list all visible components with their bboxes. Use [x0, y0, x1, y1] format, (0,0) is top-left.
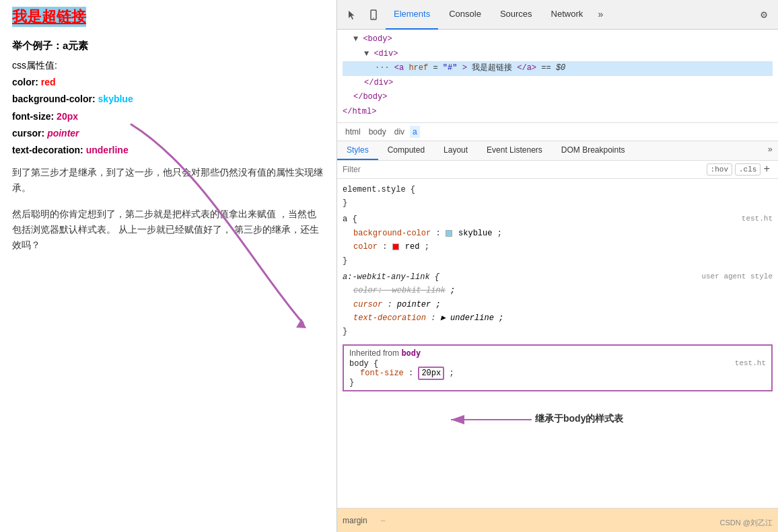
- subtab-computed[interactable]: Computed: [378, 141, 434, 160]
- webkit-any-link-block: a:-webkit-any-link { user agent style co…: [337, 269, 778, 340]
- bc-a[interactable]: a: [410, 126, 420, 138]
- webkit-selector-line: a:-webkit-any-link { user agent style: [343, 270, 773, 284]
- fontsize-val: 20px: [57, 111, 78, 122]
- desc-text-1: 到了第三步才是继承，到了这一步，他只会对那些仍然没有值的属性实现继承。: [12, 165, 324, 196]
- webkit-cursor-line: cursor : pointer ;: [343, 298, 773, 311]
- dom-a-line[interactable]: ··· <a href = "#" > 我是超链接 </a> == $0: [343, 61, 773, 76]
- color-label: color:: [12, 77, 38, 87]
- tab-network[interactable]: Network: [543, 0, 592, 30]
- webkit-decoration-line: text-decoration : ▶ underline ;: [343, 311, 773, 325]
- desc2-line1: 然后聪明的你肯定想到了，第二步就是把样式表的值拿出来赋值: [12, 209, 276, 219]
- subtab-event-listeners[interactable]: Event Listeners: [477, 141, 552, 160]
- element-style-selector: element.style {: [343, 183, 773, 196]
- subtabs-more-icon[interactable]: »: [763, 141, 778, 160]
- css-rules: element.style { } a { test.ht background…: [337, 179, 778, 508]
- webkit-close: }: [343, 325, 773, 338]
- styles-subtabs: Styles Computed Layout Event Listeners D…: [337, 141, 778, 161]
- element-style-close: }: [343, 196, 773, 210]
- body-rule-selector: body { test.ht: [349, 359, 766, 369]
- computed-row: margin –: [337, 508, 778, 532]
- a-rule-selector-line: a { test.ht: [343, 213, 773, 226]
- a-rule-close: }: [343, 254, 773, 268]
- dom-body-line[interactable]: ▼ <body>: [343, 32, 773, 47]
- a-rule-block: a { test.ht background-color : skyblue ;…: [337, 211, 778, 269]
- tab-elements[interactable]: Elements: [386, 0, 438, 30]
- tab-console[interactable]: Console: [441, 0, 489, 30]
- red-swatch: [392, 243, 399, 250]
- fontsize-line: font-size: 20px: [12, 108, 324, 125]
- dom-div-close[interactable]: </div>: [343, 76, 773, 91]
- decoration-val: underline: [86, 145, 129, 155]
- filter-pseudo-buttons: :hov .cls: [707, 163, 761, 176]
- right-panel-wrapper: Elements Console Sources Network » ⚙ ▼ <…: [337, 0, 778, 532]
- subtab-dom-breakpoints[interactable]: DOM Breakpoints: [552, 141, 635, 160]
- hyperlink-demo[interactable]: 我是超链接: [12, 7, 86, 27]
- tab-sources[interactable]: Sources: [492, 0, 540, 30]
- margin-dash: –: [381, 516, 386, 525]
- svg-marker-0: [296, 319, 306, 328]
- css-label: css属性值:: [12, 57, 324, 74]
- color-line: color: red: [12, 74, 324, 91]
- subtab-styles[interactable]: Styles: [337, 141, 378, 160]
- css-description: 举个例子：a元素 css属性值: color: red background-c…: [12, 36, 324, 159]
- webkit-color-line: color: -webkit-link ;: [343, 284, 773, 297]
- watermark: CSDN @刘乙江: [720, 518, 773, 528]
- annotation-label: 继承于body的样式表: [535, 413, 623, 425]
- inherited-body-ref: body: [401, 348, 421, 358]
- dom-tree: ▼ <body> ▼ <div> ··· <a href = "#" > 我是超…: [337, 30, 778, 123]
- desc-text-2: 然后聪明的你肯定想到了，第二步就是把样式表的值拿出来赋值 ，当然也包括浏览器默认…: [12, 207, 324, 254]
- bg-val: skyblue: [98, 93, 133, 104]
- breadcrumb: html body div a: [337, 123, 778, 141]
- cursor-label: cursor:: [12, 128, 44, 139]
- dom-div-line[interactable]: ▼ <div>: [343, 47, 773, 62]
- a-bg-prop-line: background-color : skyblue ;: [343, 227, 773, 240]
- margin-prop: margin: [343, 516, 367, 525]
- subtab-layout[interactable]: Layout: [434, 141, 477, 160]
- toolbar-more-icon[interactable]: »: [594, 7, 607, 23]
- filter-input[interactable]: [343, 165, 707, 174]
- cursor-line: cursor: pointer: [12, 125, 324, 142]
- skyblue-swatch: [446, 230, 452, 237]
- color-val: red: [41, 77, 56, 87]
- section-title: 举个例子：a元素: [12, 36, 324, 54]
- filter-bar: :hov .cls +: [337, 161, 778, 179]
- decoration-line: text-decoration: underline: [12, 142, 324, 159]
- bg-line: background-color: skyblue: [12, 91, 324, 108]
- devtools-toolbar: Elements Console Sources Network » ⚙: [337, 0, 778, 30]
- cls-button[interactable]: .cls: [735, 163, 761, 176]
- hov-button[interactable]: :hov: [707, 163, 732, 176]
- cursor-val: pointer: [47, 128, 79, 139]
- inherited-section: Inherited from body body { test.ht font-…: [343, 344, 773, 391]
- left-panel: 我是超链接 举个例子：a元素 css属性值: color: red backgr…: [0, 0, 337, 532]
- cursor-tool-icon[interactable]: [343, 5, 361, 24]
- element-style-block: element.style { }: [337, 182, 778, 212]
- fontsize-label: font-size:: [12, 111, 54, 122]
- devtools-panel: Elements Console Sources Network » ⚙ ▼ <…: [337, 0, 778, 532]
- svg-point-2: [373, 17, 374, 19]
- body-rule-close: }: [349, 378, 766, 387]
- mobile-tool-icon[interactable]: [364, 5, 383, 24]
- add-style-icon[interactable]: +: [761, 163, 773, 176]
- fontsize-circled: 20px: [418, 367, 444, 380]
- bc-html[interactable]: html: [343, 126, 363, 138]
- a-color-prop-line: color : red ;: [343, 240, 773, 254]
- settings-icon[interactable]: ⚙: [755, 5, 773, 24]
- dom-html-close[interactable]: </html>: [343, 105, 773, 120]
- bg-label: background-color:: [12, 93, 96, 104]
- inherited-header: Inherited from body: [349, 348, 766, 358]
- decoration-label: text-decoration:: [12, 145, 83, 155]
- bc-body[interactable]: body: [366, 126, 389, 138]
- bc-div[interactable]: div: [392, 126, 407, 138]
- body-fontsize-line: font-size : 20px ;: [349, 369, 766, 378]
- dom-body-close[interactable]: </body>: [343, 90, 773, 105]
